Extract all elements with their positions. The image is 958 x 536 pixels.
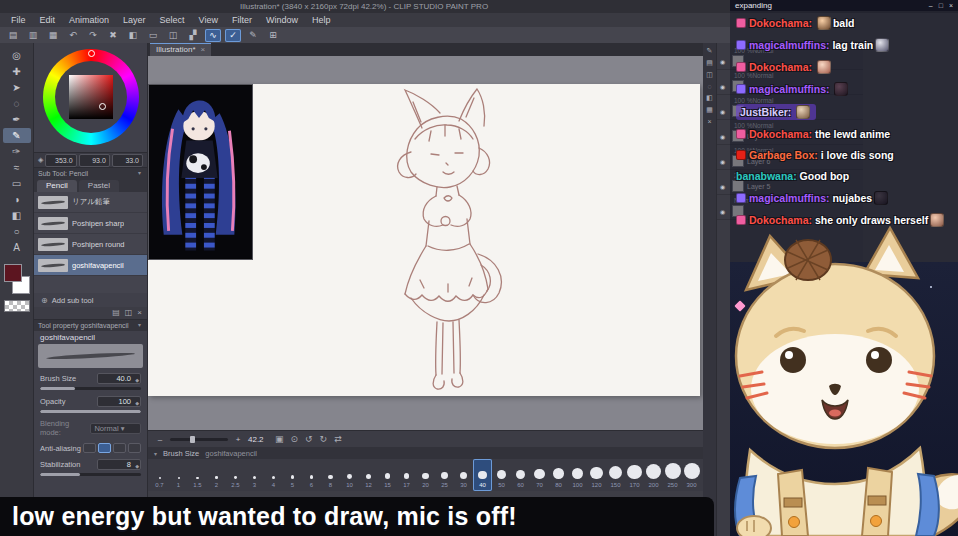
chat-minimize-icon[interactable]: – bbox=[929, 2, 933, 9]
brush-size-option[interactable]: 10 bbox=[340, 459, 359, 491]
subtool-item-goshifavapencil[interactable]: goshifavapencil bbox=[34, 255, 147, 276]
zoom-tool[interactable]: ◎ bbox=[3, 48, 31, 63]
brush-size-option[interactable]: 5 bbox=[283, 459, 302, 491]
layer-mask-icon[interactable]: ◫ bbox=[706, 71, 713, 79]
brush-size-option[interactable]: 30 bbox=[454, 459, 473, 491]
zoom-100-button[interactable]: ⊙ bbox=[291, 434, 299, 444]
brush-size-option[interactable]: 4 bbox=[264, 459, 283, 491]
chat-window-header[interactable]: expanding –□× bbox=[730, 0, 958, 11]
saturation-value[interactable]: 93.0 bbox=[79, 154, 110, 167]
anti-aliasing-option[interactable] bbox=[83, 443, 96, 453]
brush-size-option[interactable]: 0.7 bbox=[150, 459, 169, 491]
redo-icon[interactable]: ↷ bbox=[85, 29, 101, 42]
clip-to-layer-icon[interactable]: ◌ bbox=[707, 83, 711, 90]
brush-size-option[interactable]: 50 bbox=[492, 459, 511, 491]
undo-icon[interactable]: ↶ bbox=[65, 29, 81, 42]
chat-username[interactable]: Garbage Box: bbox=[749, 149, 821, 161]
delete-subtool-icon[interactable]: × bbox=[137, 307, 142, 319]
lock-layer-icon[interactable]: ◧ bbox=[706, 94, 713, 102]
brush-size-option[interactable]: 2 bbox=[207, 459, 226, 491]
transparent-color-swatch[interactable] bbox=[4, 300, 30, 312]
detail-view-icon[interactable]: ▤ bbox=[112, 307, 120, 319]
chat-username[interactable]: Dokochama: bbox=[749, 128, 815, 140]
color-wheel[interactable] bbox=[43, 49, 139, 145]
chat-username[interactable]: Dokochama: bbox=[749, 214, 815, 226]
brush-size-option[interactable]: 25 bbox=[435, 459, 454, 491]
invert-selection-icon[interactable]: ◫ bbox=[165, 29, 181, 42]
brush-size-option[interactable]: 80 bbox=[549, 459, 568, 491]
operation-tool[interactable]: ➤ bbox=[3, 80, 31, 95]
chat-username[interactable]: banabwana: bbox=[736, 170, 800, 182]
fit-to-screen-button[interactable]: ▣ bbox=[275, 434, 284, 444]
chat-username[interactable]: JustBiker: bbox=[740, 106, 794, 118]
subtool-tab-pencil[interactable]: Pencil bbox=[37, 180, 77, 192]
subtool-tab-pastel[interactable]: Pastel bbox=[79, 180, 119, 192]
menu-window[interactable]: Window bbox=[259, 13, 305, 27]
subtool-item-poshipen-round[interactable]: Poshipen round bbox=[34, 234, 147, 255]
anti-aliasing-option[interactable] bbox=[128, 443, 141, 453]
brush-size-option[interactable]: 3 bbox=[245, 459, 264, 491]
brush-size-option[interactable]: 12 bbox=[359, 459, 378, 491]
figure-tool[interactable]: ○ bbox=[3, 224, 31, 239]
deselect-icon[interactable]: ▭ bbox=[145, 29, 161, 42]
canvas-area[interactable] bbox=[148, 56, 703, 430]
document-tab[interactable]: Illustration* bbox=[150, 43, 211, 56]
menu-view[interactable]: View bbox=[192, 13, 225, 27]
subtool-item-poshipen-sharp[interactable]: Poshipen sharp bbox=[34, 213, 147, 234]
layer-visibility-icon[interactable]: ◉ bbox=[720, 158, 729, 165]
menu-layer[interactable]: Layer bbox=[116, 13, 153, 27]
fill-icon[interactable]: ◧ bbox=[125, 29, 141, 42]
anti-aliasing-option[interactable] bbox=[113, 443, 126, 453]
rotate-left-button[interactable]: ↺ bbox=[305, 434, 313, 444]
airbrush-tool[interactable]: ≈ bbox=[3, 160, 31, 175]
lasso-tool[interactable]: ◌ bbox=[3, 96, 31, 111]
brush-tool[interactable]: ✑ bbox=[3, 144, 31, 159]
chat-username[interactable]: magicalmuffins: bbox=[749, 83, 832, 95]
brush-size-option[interactable]: 200 bbox=[644, 459, 663, 491]
brush-size-value[interactable]: 40.0 bbox=[97, 373, 141, 384]
brush-size-option[interactable]: 70 bbox=[530, 459, 549, 491]
brush-size-panel-header[interactable]: Brush Size goshifavapencil bbox=[148, 447, 703, 459]
flip-horizontal-button[interactable]: ⇄ bbox=[334, 434, 342, 444]
stabilization-value[interactable]: 8 bbox=[97, 459, 141, 470]
chat-username[interactable]: magicalmuffins: bbox=[749, 39, 832, 51]
brush-size-option[interactable]: 120 bbox=[587, 459, 606, 491]
chat-emote[interactable] bbox=[796, 105, 810, 119]
blend-tool[interactable]: ◑ bbox=[3, 192, 31, 207]
duplicate-subtool-icon[interactable]: ◫ bbox=[125, 307, 133, 319]
pencil-tool[interactable]: ✎ bbox=[3, 128, 31, 143]
tab-close-icon[interactable] bbox=[201, 44, 206, 56]
layer-visibility-icon[interactable]: ◉ bbox=[720, 133, 729, 140]
new-layer-icon[interactable]: ✎ bbox=[707, 47, 713, 55]
brush-size-option[interactable]: 150 bbox=[606, 459, 625, 491]
hue-marker[interactable] bbox=[88, 50, 95, 57]
snap-to-ruler-icon[interactable]: ∿ bbox=[205, 29, 221, 42]
brush-size-option[interactable]: 6 bbox=[302, 459, 321, 491]
menu-animation[interactable]: Animation bbox=[62, 13, 116, 27]
brush-settings-icon[interactable]: ✎ bbox=[245, 29, 261, 42]
pen-tool[interactable]: ✒ bbox=[3, 112, 31, 127]
brush-size-option[interactable]: 60 bbox=[511, 459, 530, 491]
menu-help[interactable]: Help bbox=[305, 13, 338, 27]
delete-selection-icon[interactable]: ✖ bbox=[105, 29, 121, 42]
snap-to-special-ruler-icon[interactable]: ✓ bbox=[225, 29, 241, 42]
layer-visibility-icon[interactable]: ◉ bbox=[720, 183, 729, 190]
hue-value[interactable]: 353.0 bbox=[45, 154, 76, 167]
brush-size-option[interactable]: 1 bbox=[169, 459, 188, 491]
open-file-icon[interactable]: ▥ bbox=[25, 29, 41, 42]
eraser-tool[interactable]: ▭ bbox=[3, 176, 31, 191]
new-folder-icon[interactable]: ▤ bbox=[706, 59, 713, 67]
brush-size-option[interactable]: 20 bbox=[416, 459, 435, 491]
opacity-slider[interactable] bbox=[40, 410, 141, 413]
chat-emote[interactable] bbox=[874, 191, 888, 205]
brush-size-slider[interactable] bbox=[40, 387, 141, 390]
stabilization-slider[interactable] bbox=[40, 473, 141, 476]
panel-menu-icon[interactable]: ▾ bbox=[138, 320, 143, 331]
layer-visibility-icon[interactable]: ◉ bbox=[720, 83, 729, 90]
panel-menu-icon[interactable]: ▾ bbox=[138, 168, 143, 179]
opacity-value[interactable]: 100 bbox=[97, 396, 141, 407]
fill-tool[interactable]: ◧ bbox=[3, 208, 31, 223]
chat-username[interactable]: magicalmuffins: bbox=[749, 192, 832, 204]
brush-size-option[interactable]: 8 bbox=[321, 459, 340, 491]
chat-emote[interactable] bbox=[930, 213, 944, 227]
